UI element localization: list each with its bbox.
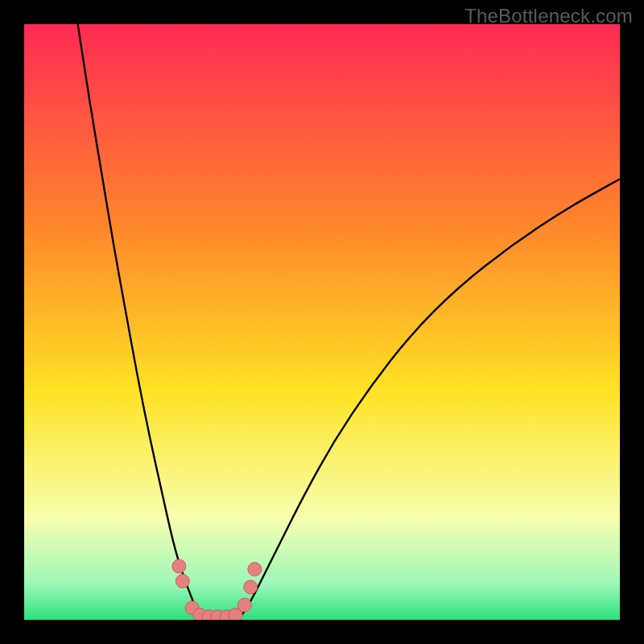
data-marker <box>248 563 262 576</box>
gradient-background <box>24 24 620 620</box>
data-marker <box>244 580 258 594</box>
chart-svg <box>24 24 620 620</box>
data-marker <box>172 559 186 573</box>
data-marker <box>237 598 251 612</box>
plot-area <box>24 24 620 620</box>
data-marker <box>175 574 189 588</box>
chart-frame: TheBottleneck.com <box>0 0 644 644</box>
